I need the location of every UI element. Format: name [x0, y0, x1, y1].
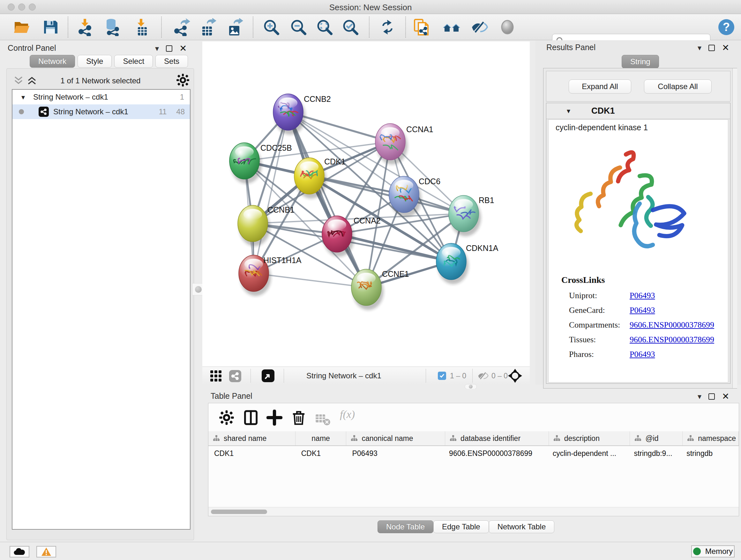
network-tab-content: 1 of 1 Network selected ▾ String Network…: [6, 68, 194, 540]
scrollbar-thumb[interactable]: [211, 509, 267, 514]
panel-close-icon[interactable]: ✕: [722, 45, 729, 51]
zoom-in-button[interactable]: [262, 18, 280, 36]
table-gear-icon[interactable]: [219, 410, 234, 426]
network-node-cdkn1a[interactable]: CDKN1A: [436, 243, 498, 284]
panel-float-icon[interactable]: [709, 45, 715, 51]
column-header-shared-name[interactable]: shared name: [208, 431, 295, 445]
collapse-all-button[interactable]: Collapse All: [644, 79, 712, 94]
gene-entry-header[interactable]: ▾ CDK1: [546, 103, 730, 119]
panel-float-icon[interactable]: [709, 393, 715, 400]
panel-collapse-icon[interactable]: ▾: [697, 392, 701, 401]
results-entry-list: ▾ CDK1 cyclin-dependent kinase 1 CrossLi…: [546, 103, 731, 384]
panel-close-icon[interactable]: ✕: [179, 45, 187, 52]
panel-float-icon[interactable]: [166, 45, 172, 52]
gray-sphere-icon-button[interactable]: [498, 18, 516, 36]
grid-view-icon[interactable]: [210, 370, 222, 382]
zoom-selected-button[interactable]: [341, 18, 359, 36]
fit-target-icon[interactable]: [508, 369, 522, 383]
column-header-database-identifier[interactable]: database identifier: [445, 431, 549, 445]
network-share-view-icon[interactable]: [229, 370, 241, 382]
hide-eye-slash-button[interactable]: [471, 18, 488, 36]
column-header-description[interactable]: description: [549, 431, 630, 445]
table-row[interactable]: CDK1CDK1P064939606.ENSP00000378699cyclin…: [208, 446, 739, 461]
panel-close-icon[interactable]: ✕: [722, 393, 729, 400]
crosslink-link[interactable]: P06493: [630, 306, 655, 315]
crosslink-link[interactable]: P06493: [630, 291, 655, 300]
expand-all-button[interactable]: Expand All: [569, 79, 631, 94]
network-view-canvas[interactable]: CCNB2CCNA1CDC25BCDK1CDC6RB1CCNB1CCNA2CDK…: [202, 42, 530, 367]
tab-network-table[interactable]: Network Table: [489, 520, 555, 533]
crosslink-link[interactable]: P06493: [630, 350, 655, 359]
zoom-fit-button[interactable]: [316, 18, 333, 36]
crosslink-label: Uniprot:: [569, 291, 630, 300]
network-node-rb1[interactable]: RB1: [449, 195, 494, 236]
save-session-button[interactable]: [42, 18, 59, 36]
table-panel-title: Table Panel: [211, 391, 253, 401]
column-header--id[interactable]: @id: [630, 431, 683, 445]
hierarchy-icon: [553, 435, 560, 442]
crosslink-link[interactable]: 9606.ENSP00000378699: [630, 335, 714, 345]
node-table: shared namenamecanonical namedatabase id…: [208, 431, 739, 461]
help-button[interactable]: ?: [718, 18, 735, 36]
warning-status-button[interactable]: [37, 546, 56, 557]
node-label-ccnb2: CCNB2: [304, 95, 331, 104]
zoom-out-button[interactable]: [289, 18, 307, 36]
refresh-button[interactable]: [379, 18, 396, 36]
clone-network-button[interactable]: [413, 18, 430, 36]
selected-items-checkbox[interactable]: [438, 372, 446, 380]
import-table-file-button[interactable]: [133, 18, 151, 36]
memory-button[interactable]: Memory: [691, 545, 735, 557]
gear-icon[interactable]: [176, 73, 190, 87]
tab-sets[interactable]: Sets: [155, 55, 188, 68]
network-node-ccna1[interactable]: CCNA1: [375, 124, 433, 165]
add-row-plus-icon[interactable]: [266, 410, 282, 426]
tab-network[interactable]: Network: [30, 55, 75, 68]
export-table-button[interactable]: [199, 18, 216, 36]
control-panel: Control Panel ▾ ✕ NetworkStyleSelectSets…: [3, 40, 198, 542]
results-vertical-scrollbar[interactable]: [732, 68, 737, 388]
open-session-button[interactable]: [13, 18, 30, 36]
table-panel-tabs: Node TableEdge TableNetwork Table: [378, 520, 554, 533]
memory-status-dot: [693, 548, 701, 555]
table-horizontal-scrollbar[interactable]: [208, 507, 739, 516]
import-network-file-button[interactable]: [77, 18, 94, 36]
export-image-button[interactable]: [225, 18, 243, 36]
crosslink-link[interactable]: 9606.ENSP00000378699: [630, 320, 714, 330]
network-node-hist1h1a[interactable]: HIST1H1A: [239, 255, 301, 296]
add-column-icon[interactable]: [243, 410, 259, 426]
export-network-button[interactable]: [172, 18, 190, 36]
tab-edge-table[interactable]: Edge Table: [433, 520, 489, 533]
network-view-toolbar: String Network – cdk1 1 – 0 0 – 0: [202, 367, 530, 384]
node-label-cdc6: CDC6: [419, 177, 441, 186]
entry-expand-icon[interactable]: ▾: [567, 107, 570, 115]
column-header-namespace[interactable]: namespace: [683, 431, 739, 445]
collection-expand-icon[interactable]: ▾: [21, 93, 25, 101]
network-node-cdc6[interactable]: CDC6: [389, 176, 441, 217]
network-edge[interactable]: [254, 112, 288, 273]
delete-trash-icon[interactable]: [291, 410, 307, 426]
tab-node-table[interactable]: Node Table: [378, 520, 433, 533]
panel-collapse-icon[interactable]: ▾: [697, 44, 701, 52]
column-header-canonical-name[interactable]: canonical name: [346, 431, 445, 445]
tab-style[interactable]: Style: [77, 55, 112, 68]
houses-icon-button[interactable]: [443, 18, 461, 36]
birdseye-navigator-icon[interactable]: [262, 369, 274, 382]
network-edge-count: 48: [176, 107, 185, 116]
column-header-name[interactable]: name: [295, 431, 347, 445]
string-results-container: Expand All Collapse All ▾ CDK1 cyclin-de…: [543, 68, 737, 388]
panel-collapse-icon[interactable]: ▾: [155, 44, 159, 53]
cloud-status-button[interactable]: [10, 546, 29, 557]
network-row-selected[interactable]: String Network – cdk1 11 48: [12, 105, 190, 119]
table-cell: 9606.ENSP00000378699: [445, 446, 549, 461]
network-node-ccne1[interactable]: CCNE1: [351, 269, 409, 310]
crosslink-label: Compartments:: [569, 320, 630, 330]
network-node-ccnb2[interactable]: CCNB2: [273, 94, 331, 135]
string-network-icon: [39, 107, 49, 117]
toolbar-separator: [68, 17, 68, 38]
tab-select[interactable]: Select: [114, 55, 153, 68]
horizontal-splitter-handle[interactable]: [465, 384, 477, 389]
import-network-database-button[interactable]: [104, 18, 122, 36]
hierarchy-icon: [634, 435, 642, 442]
network-collection-row[interactable]: ▾ String Network – cdk1 1: [12, 90, 190, 105]
tab-string[interactable]: String: [622, 55, 659, 68]
